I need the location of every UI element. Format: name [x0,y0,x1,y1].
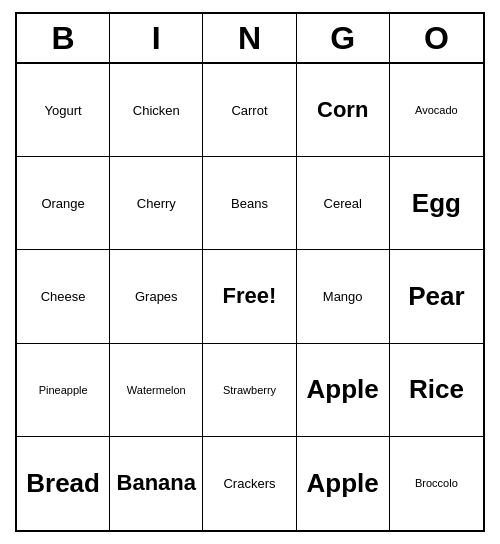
grid-cell: Egg [390,157,483,250]
grid-cell: Corn [297,64,390,157]
grid-cell: Apple [297,344,390,437]
grid-cell: Strawberry [203,344,296,437]
header-letter: G [297,14,390,62]
grid-cell: Orange [17,157,110,250]
header-letter: N [203,14,296,62]
grid-cell: Pineapple [17,344,110,437]
grid-cell: Chicken [110,64,203,157]
grid-cell: Yogurt [17,64,110,157]
grid-cell: Mango [297,250,390,343]
bingo-header: BINGO [17,14,483,64]
header-letter: O [390,14,483,62]
header-letter: B [17,14,110,62]
grid-cell: Broccolo [390,437,483,530]
grid-cell: Rice [390,344,483,437]
bingo-grid: YogurtChickenCarrotCornAvocadoOrangeCher… [17,64,483,530]
grid-cell: Watermelon [110,344,203,437]
grid-cell: Grapes [110,250,203,343]
grid-cell: Carrot [203,64,296,157]
grid-cell: Cereal [297,157,390,250]
grid-cell: Crackers [203,437,296,530]
grid-cell: Pear [390,250,483,343]
grid-cell: Apple [297,437,390,530]
grid-cell: Cheese [17,250,110,343]
grid-cell: Cherry [110,157,203,250]
grid-cell: Bread [17,437,110,530]
header-letter: I [110,14,203,62]
bingo-card: BINGO YogurtChickenCarrotCornAvocadoOran… [15,12,485,532]
grid-cell: Avocado [390,64,483,157]
grid-cell: Free! [203,250,296,343]
grid-cell: Beans [203,157,296,250]
grid-cell: Banana [110,437,203,530]
